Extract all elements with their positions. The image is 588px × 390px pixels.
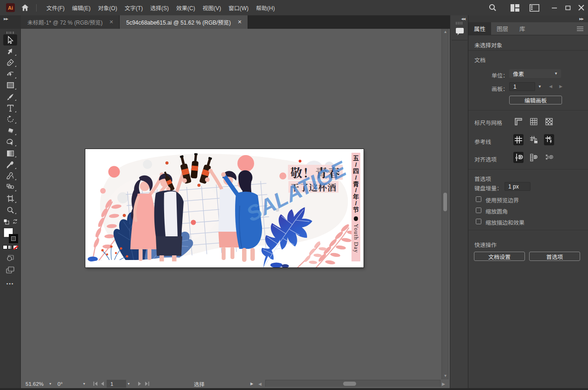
artboard[interactable]: 敬！青春 干了这杯酒 SALATIGE 五/四/青/年/节 Youth Day bbox=[85, 149, 364, 267]
screen-mode-icon[interactable] bbox=[6, 266, 14, 273]
scale-strokes-effects-checkbox[interactable] bbox=[476, 219, 481, 224]
eraser-tool[interactable] bbox=[3, 125, 17, 136]
rectangle-tool[interactable] bbox=[3, 80, 17, 91]
unit-dropdown[interactable]: 像素 ▼ bbox=[509, 69, 561, 78]
zoom-tool[interactable] bbox=[3, 204, 17, 215]
rotate-tool[interactable] bbox=[3, 114, 17, 125]
menu-edit[interactable]: 编辑(E) bbox=[68, 0, 94, 15]
document-tab-untitled[interactable]: 未标题-1* @ 72 % (RGB/预览) ✕ bbox=[21, 15, 120, 29]
scale-corners-checkbox[interactable] bbox=[476, 208, 481, 213]
tab-layers[interactable]: 图层 bbox=[491, 22, 514, 35]
curvature-tool[interactable] bbox=[3, 68, 17, 79]
tab-libraries[interactable]: 库 bbox=[514, 22, 531, 35]
selection-tool[interactable] bbox=[3, 34, 17, 46]
arrange-documents-icon[interactable] bbox=[526, 0, 542, 15]
prev-artboard-pager-icon[interactable]: ◀ bbox=[549, 84, 552, 89]
preferences-button[interactable]: 首选项 bbox=[529, 252, 580, 261]
color-swatch[interactable] bbox=[3, 245, 7, 249]
stroke-color-swatch[interactable] bbox=[9, 234, 18, 243]
panel-menu-icon[interactable] bbox=[577, 25, 583, 33]
keyboard-increment-input[interactable]: 1 px bbox=[505, 182, 530, 191]
workspace-switcher-icon[interactable] bbox=[507, 0, 523, 15]
artboard-number-box[interactable]: 1 bbox=[107, 380, 126, 388]
menu-view[interactable]: 视图(V) bbox=[199, 0, 225, 15]
prev-artboard-icon[interactable] bbox=[101, 379, 104, 388]
eyedropper-tool[interactable] bbox=[3, 159, 17, 170]
next-artboard-pager-icon[interactable]: ▶ bbox=[559, 84, 562, 89]
last-artboard-icon[interactable] bbox=[145, 379, 149, 388]
menu-help[interactable]: 帮助(H) bbox=[252, 0, 279, 15]
artboard-dropdown-icon[interactable]: ▼ bbox=[127, 379, 130, 388]
drawing-mode-icon[interactable] bbox=[6, 255, 14, 261]
document-tab-active[interactable]: 5c94c68abe615.ai @ 51.62 % (RGB/预览) ✕ bbox=[120, 15, 248, 29]
first-artboard-icon[interactable] bbox=[93, 379, 97, 388]
panel-collapse-icon[interactable]: ▶▶ bbox=[579, 17, 583, 21]
menu-effect[interactable]: 效果(C) bbox=[173, 0, 199, 15]
rotation-box[interactable]: 0° bbox=[58, 379, 63, 388]
app-logo-icon[interactable]: Ai bbox=[6, 3, 15, 12]
more-tools-icon[interactable]: ●●● bbox=[6, 282, 14, 285]
horizontal-scroll-thumb[interactable] bbox=[343, 382, 356, 386]
scroll-down-icon[interactable]: ▼ bbox=[442, 373, 449, 379]
tab-close-icon[interactable]: ✕ bbox=[108, 19, 115, 25]
menu-window[interactable]: 窗口(W) bbox=[225, 0, 252, 15]
toolbar-expand-icon[interactable]: ▶▶ bbox=[4, 17, 8, 21]
transparency-grid-icon[interactable] bbox=[544, 116, 554, 127]
graph-tool[interactable] bbox=[3, 182, 17, 193]
snap-to-pixel-icon[interactable] bbox=[544, 152, 554, 163]
paintbrush-tool[interactable] bbox=[3, 91, 17, 102]
scroll-up-icon[interactable]: ▲ bbox=[442, 29, 449, 35]
snap-to-point-icon[interactable] bbox=[513, 152, 524, 163]
zoom-level-box[interactable]: 51.62% bbox=[22, 379, 52, 388]
type-tool[interactable] bbox=[3, 102, 17, 113]
home-icon[interactable] bbox=[21, 4, 29, 12]
status-expand-icon[interactable]: ▶ bbox=[250, 379, 253, 388]
use-preview-bounds-checkbox[interactable] bbox=[476, 196, 481, 202]
artboard-tool[interactable] bbox=[3, 193, 17, 204]
scroll-right-icon[interactable]: ▶ bbox=[442, 379, 445, 388]
rulers-icon[interactable] bbox=[513, 116, 524, 127]
horizontal-scrollbar[interactable] bbox=[265, 380, 441, 387]
search-icon[interactable] bbox=[485, 0, 500, 15]
artboard-select[interactable]: 1 bbox=[509, 82, 535, 91]
lock-guides-icon[interactable] bbox=[529, 134, 539, 145]
pen-tool[interactable] bbox=[3, 57, 17, 68]
dock-grip[interactable] bbox=[450, 22, 468, 25]
show-grid-icon[interactable] bbox=[529, 116, 539, 127]
scroll-left-icon[interactable]: ◀ bbox=[258, 379, 262, 388]
vertical-scrollbar[interactable]: ▲ ▼ bbox=[441, 29, 448, 379]
show-guides-icon[interactable] bbox=[513, 134, 524, 145]
menu-object[interactable]: 对象(O) bbox=[94, 0, 121, 15]
direct-selection-tool[interactable] bbox=[3, 46, 17, 57]
symbol-sprayer-tool[interactable] bbox=[3, 170, 17, 182]
artboard-select-chevron[interactable]: ▼ bbox=[536, 82, 544, 91]
minimize-button[interactable] bbox=[548, 0, 561, 15]
fill-stroke-indicator[interactable] bbox=[2, 228, 18, 243]
vertical-scroll-thumb[interactable] bbox=[443, 193, 447, 211]
zoom-dropdown-icon[interactable]: ▼ bbox=[49, 379, 52, 388]
gradient-tool[interactable] bbox=[3, 148, 17, 159]
smart-guides-icon[interactable] bbox=[544, 134, 554, 145]
close-button[interactable] bbox=[575, 0, 588, 15]
tab-close-icon[interactable]: ✕ bbox=[236, 19, 243, 25]
maximize-button[interactable] bbox=[561, 0, 575, 15]
next-artboard-icon[interactable] bbox=[138, 379, 141, 388]
fill-stroke-mini[interactable] bbox=[2, 218, 18, 226]
menu-file[interactable]: 文件(F) bbox=[43, 0, 68, 15]
edit-artboards-button[interactable]: 编辑画板 bbox=[509, 96, 562, 104]
banner-cjk-text: 五/四/青/年/节 bbox=[353, 155, 359, 213]
dock-expand-icon[interactable]: ◀◀ bbox=[461, 17, 465, 21]
shape-builder-tool[interactable] bbox=[3, 136, 17, 148]
snap-to-grid-icon[interactable] bbox=[529, 152, 539, 163]
tab-properties[interactable]: 属性 bbox=[468, 22, 491, 35]
toolbar-grip[interactable] bbox=[0, 29, 20, 34]
menu-type[interactable]: 文字(T) bbox=[121, 0, 147, 15]
comments-panel-icon[interactable] bbox=[454, 26, 465, 37]
gradient-swatch[interactable] bbox=[8, 245, 13, 249]
document-setup-button[interactable]: 文档设置 bbox=[474, 252, 525, 261]
none-swatch[interactable] bbox=[13, 245, 18, 249]
artboard-select-value: 1 bbox=[513, 84, 517, 90]
canvas-area[interactable]: 敬！青春 干了这杯酒 SALATIGE 五/四/青/年/节 Youth Day … bbox=[21, 29, 450, 388]
menu-select[interactable]: 选择(S) bbox=[147, 0, 173, 15]
rotation-dropdown-icon[interactable]: ▼ bbox=[83, 379, 86, 388]
